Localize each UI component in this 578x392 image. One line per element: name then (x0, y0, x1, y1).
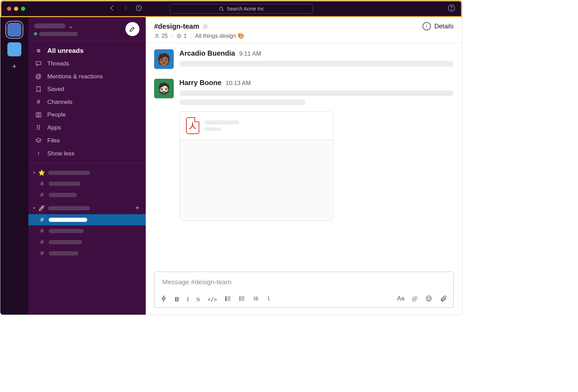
nav-files[interactable]: Files (28, 134, 146, 147)
add-channel-button[interactable]: + (135, 204, 139, 212)
blockquote-button[interactable] (253, 295, 259, 303)
hash-icon: # (39, 191, 45, 198)
message-time: 10:13 AM (226, 80, 251, 87)
svg-point-5 (38, 113, 40, 115)
forward-button[interactable] (122, 5, 129, 13)
message-sender[interactable]: Harry Boone (179, 79, 221, 87)
files-icon (35, 137, 42, 144)
threads-icon (35, 60, 42, 67)
maximize-window-button[interactable] (21, 7, 25, 11)
message-list: 🧑🏾 Arcadio Buendia9:11 AM 🧔🏻 Harry Boone… (146, 43, 462, 269)
file-meta-placeholder (204, 127, 222, 131)
svg-point-3 (451, 9, 452, 10)
bold-button[interactable]: B (175, 296, 179, 303)
section-custom-header[interactable]: ▾ 🚀 + (28, 201, 146, 214)
pdf-file-icon: 人 (186, 117, 199, 134)
avatar[interactable]: 🧔🏻 (154, 79, 174, 98)
hash-icon: # (39, 216, 45, 223)
add-workspace-button[interactable]: + (12, 62, 17, 71)
strikethrough-button[interactable]: S (197, 296, 200, 303)
channel-topic[interactable]: All things design 🎨 (195, 33, 245, 39)
hash-icon: # (39, 250, 45, 257)
channel-item[interactable]: # (28, 178, 146, 189)
section-starred-header[interactable]: ▾ ⭐ (28, 166, 146, 178)
title-bar: Search Acme Inc (0, 0, 462, 17)
italic-button[interactable]: I (187, 296, 189, 303)
file-attachment[interactable]: 人 (179, 111, 333, 221)
compose-button[interactable] (125, 22, 139, 36)
emoji-button[interactable] (425, 295, 432, 304)
channel-item-selected[interactable]: # (28, 214, 146, 225)
chevron-down-icon: ⌄ (68, 22, 73, 30)
person-icon (154, 33, 160, 39)
nav-saved[interactable]: Saved (28, 83, 146, 96)
history-button[interactable] (135, 5, 142, 13)
pinned-count[interactable]: 1 (176, 33, 187, 39)
channel-item[interactable]: # (28, 248, 146, 259)
nav-all-unreads[interactable]: ≡All unreads (28, 44, 146, 57)
hash-icon: # (35, 98, 42, 106)
svg-point-13 (426, 296, 432, 301)
back-button[interactable] (109, 5, 116, 13)
apps-icon: ⠿ (35, 124, 42, 132)
format-button[interactable]: Aa (397, 295, 405, 304)
svg-point-10 (239, 296, 240, 297)
star-emoji-icon: ⭐ (38, 169, 45, 176)
caret-down-icon: ▾ (33, 170, 35, 175)
attach-button[interactable] (440, 295, 447, 304)
hash-icon: # (39, 227, 45, 234)
channel-name[interactable]: #design-team (154, 22, 199, 30)
caret-down-icon: ▾ (33, 206, 35, 210)
svg-point-14 (428, 298, 428, 299)
minimize-window-button[interactable] (14, 7, 18, 11)
window-controls (7, 7, 25, 11)
nav-mentions[interactable]: @Mentions & reactions (28, 70, 146, 83)
nav-channels[interactable]: #Channels (28, 96, 146, 108)
workspace-switcher-1[interactable] (7, 23, 21, 37)
code-block-button[interactable] (267, 295, 273, 303)
message-text-placeholder (179, 90, 454, 96)
message-composer[interactable]: Message #design-team B I S </> 123 Aa @ (154, 272, 454, 308)
nav-people[interactable]: People (28, 108, 146, 121)
channel-item[interactable]: # (28, 237, 146, 248)
hash-icon: # (39, 239, 45, 246)
mention-button[interactable]: @ (412, 295, 418, 304)
nav-threads[interactable]: Threads (28, 57, 146, 70)
svg-point-12 (239, 300, 240, 300)
section-name-placeholder (48, 206, 90, 210)
help-button[interactable] (448, 4, 455, 13)
pin-icon (176, 33, 182, 39)
channel-item[interactable]: # (28, 225, 146, 237)
main-panel: #design-team ☆ 25 | 1 | All things desig… (146, 17, 462, 315)
svg-point-15 (429, 298, 430, 299)
bookmark-icon (35, 86, 42, 93)
bullet-list-button[interactable] (239, 295, 245, 303)
nav-show-less[interactable]: ↑Show less (28, 147, 146, 160)
avatar[interactable]: 🧑🏾 (154, 49, 174, 69)
search-input[interactable]: Search Acme Inc (170, 4, 313, 14)
workspace-header[interactable]: ⌄ (28, 17, 146, 41)
message: 🧔🏻 Harry Boone10:13 AM 人 (154, 79, 454, 221)
details-button[interactable]: i Details (422, 22, 454, 30)
member-count[interactable]: 25 (154, 33, 168, 39)
close-window-button[interactable] (7, 7, 11, 11)
nav-apps[interactable]: ⠿Apps (28, 121, 146, 134)
star-channel-button[interactable]: ☆ (202, 22, 208, 30)
svg-point-11 (239, 298, 240, 299)
message-time: 9:11 AM (239, 50, 261, 57)
message-text-placeholder (179, 99, 305, 105)
search-placeholder: Search Acme Inc (227, 6, 264, 12)
hash-icon: # (39, 180, 45, 187)
workspace-rail: + (0, 17, 28, 315)
info-icon: i (422, 22, 431, 30)
rocket-emoji-icon: 🚀 (38, 205, 45, 211)
shortcuts-button[interactable] (161, 295, 167, 303)
mentions-icon: @ (35, 73, 42, 80)
composer-toolbar: B I S </> 123 Aa @ (154, 292, 453, 307)
message-sender[interactable]: Arcadio Buendia (179, 49, 235, 57)
composer-input[interactable]: Message #design-team (154, 272, 453, 292)
code-button[interactable]: </> (207, 296, 217, 303)
channel-item[interactable]: # (28, 189, 146, 201)
ordered-list-button[interactable]: 123 (225, 295, 231, 303)
workspace-switcher-2[interactable] (7, 42, 21, 56)
